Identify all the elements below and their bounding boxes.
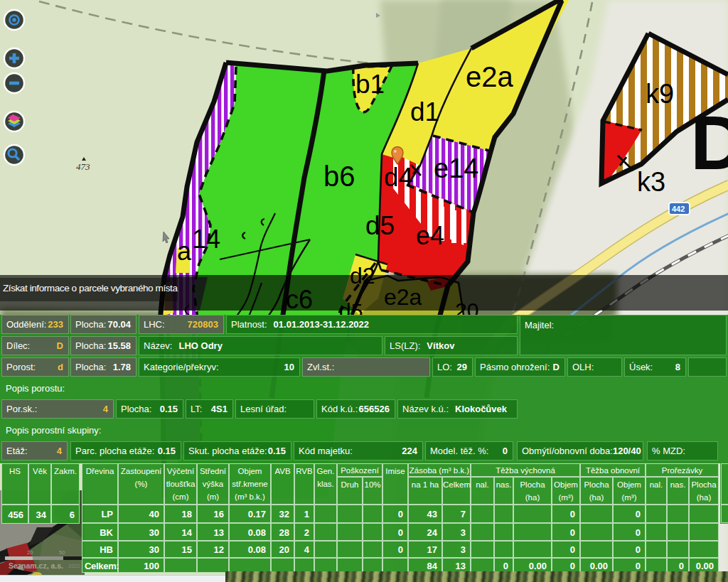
svg-text:2022: 2022 — [68, 563, 80, 569]
svg-text:*: * — [394, 149, 397, 157]
svg-text:k3: k3 — [637, 167, 665, 197]
svg-text:50: 50 — [59, 549, 65, 556]
svg-text:e14: e14 — [434, 153, 478, 183]
svg-text:D: D — [690, 99, 728, 185]
svg-text:k9: k9 — [646, 79, 674, 109]
svg-text:Seznam.cz, a.s.: Seznam.cz, a.s. — [9, 561, 63, 570]
svg-text:473: 473 — [76, 161, 90, 172]
svg-text:d1: d1 — [410, 97, 439, 126]
svg-text:e4: e4 — [416, 221, 444, 250]
svg-text:14: 14 — [192, 225, 220, 254]
svg-text:20: 20 — [27, 549, 33, 556]
svg-text:d4: d4 — [384, 163, 413, 192]
svg-text:a: a — [177, 237, 192, 266]
svg-text:b1: b1 — [355, 70, 385, 99]
svg-text:d5: d5 — [365, 211, 395, 240]
svg-text:b6: b6 — [323, 161, 355, 192]
svg-text:e2a: e2a — [466, 61, 513, 92]
svg-text:442: 442 — [672, 205, 685, 213]
